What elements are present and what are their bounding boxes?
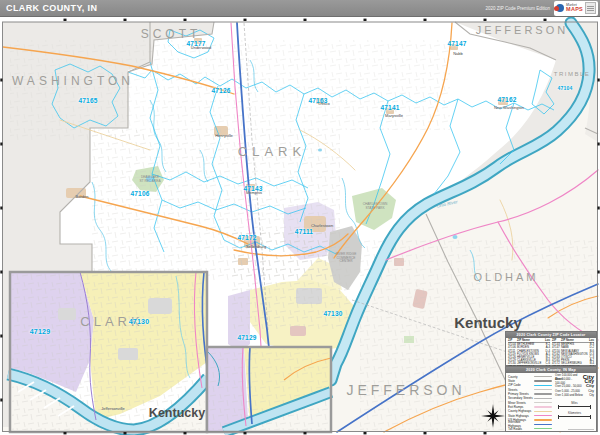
scale-bar: Kilometers xyxy=(555,411,594,417)
zip-table-left-column: ZIPZIP NameLoc47104BETHLEHEME-247106BORD… xyxy=(508,339,550,369)
legend-scalebars: MilesKilometers xyxy=(555,397,594,417)
globe-icon xyxy=(556,4,564,12)
page-title: CLARK COUNTY, IN xyxy=(6,3,97,13)
brand-address-card xyxy=(585,2,596,14)
brand-logo: Market MAPS xyxy=(554,1,598,16)
copyright-bar xyxy=(568,429,594,431)
legend-city-size: Over 25,000 - 50,000City xyxy=(555,384,594,389)
scale-bar: Miles xyxy=(555,401,594,407)
legend-items: CountyStateZIP CodeStreetsPrimary Street… xyxy=(508,375,552,431)
zip-locator-panel: 2020 Clark County ZIP Code Locator ZIPZI… xyxy=(505,331,597,366)
legend-item: Toll Roads xyxy=(508,427,552,431)
legend-city-sizes: Over 100,000 and AboveCityOver 50,000 - … xyxy=(555,375,594,398)
zip-table-right-column: ZIPZIP NameLoc47143MEMPHISB-347147NABBD-… xyxy=(552,339,594,369)
legend-city-size: Over 5,000 - 25,000City xyxy=(555,388,594,393)
header-bar: CLARK COUNTY, IN 2020 ZIP Code Premium E… xyxy=(0,0,600,17)
map-page: CLARK COUNTY, IN 2020 ZIP Code Premium E… xyxy=(0,0,600,435)
brand-name-bottom: MAPS xyxy=(566,7,583,13)
legend-panel: 2020 Clark County, IN Map CountyStateZIP… xyxy=(505,366,597,432)
edition-label: 2020 ZIP Code Premium Edition xyxy=(486,6,550,11)
